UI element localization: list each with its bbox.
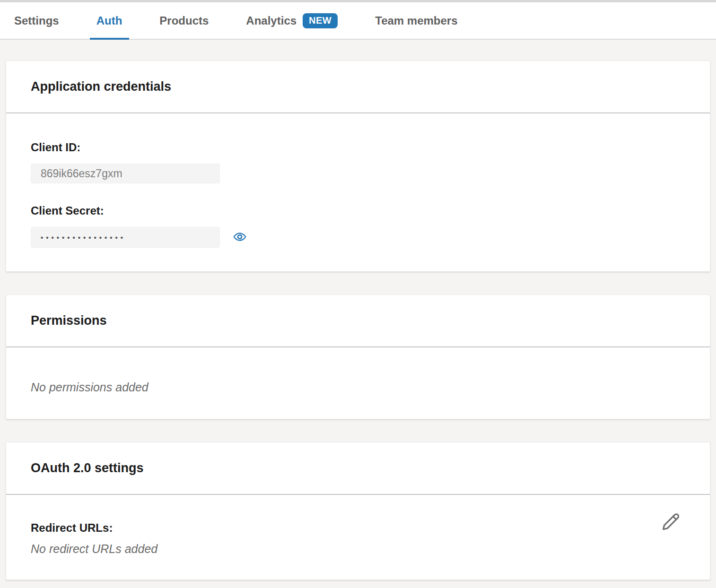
application-credentials-card: Application credentials Client ID: 869ik… — [6, 61, 710, 272]
show-secret-eye-icon — [232, 230, 247, 245]
redirect-urls-block: Redirect URLs: No redirect URLs added — [31, 512, 157, 556]
permissions-title: Permissions — [31, 313, 107, 328]
client-id-label: Client ID: — [31, 141, 685, 154]
client-secret-masked-value: •••••••••••••••• — [31, 227, 220, 248]
tab-analytics[interactable]: Analytics NEW — [246, 2, 338, 39]
new-badge: NEW — [303, 13, 338, 28]
client-secret-label: Client Secret: — [31, 204, 685, 217]
application-credentials-title: Application credentials — [31, 79, 171, 94]
edit-pencil-icon — [661, 512, 681, 533]
tab-analytics-label: Analytics — [246, 14, 297, 27]
application-credentials-body: Client ID: 869ik66esz7gxm Client Secret:… — [6, 113, 710, 271]
permissions-header: Permissions — [6, 295, 710, 347]
client-id-value: 869ik66esz7gxm — [31, 164, 220, 183]
show-secret-button[interactable] — [232, 230, 247, 245]
edit-redirect-urls-button[interactable] — [661, 512, 681, 533]
tab-bar: Settings Auth Products Analytics NEW Tea… — [0, 0, 716, 40]
oauth-settings-body: Redirect URLs: No redirect URLs added — [6, 495, 710, 579]
permissions-card: Permissions No permissions added — [6, 294, 710, 419]
tab-team-members-label: Team members — [375, 14, 457, 27]
tab-settings[interactable]: Settings — [14, 2, 59, 39]
tab-auth[interactable]: Auth — [96, 2, 122, 39]
redirect-urls-empty-text: No redirect URLs added — [31, 542, 157, 556]
client-secret-row: •••••••••••••••• — [31, 217, 685, 248]
tab-products-label: Products — [159, 14, 209, 27]
application-credentials-header: Application credentials — [6, 61, 710, 113]
tab-team-members[interactable]: Team members — [375, 2, 457, 39]
permissions-empty-text: No permissions added — [31, 380, 685, 394]
permissions-body: No permissions added — [6, 347, 710, 419]
redirect-urls-label: Redirect URLs: — [31, 521, 157, 535]
oauth-settings-card: OAuth 2.0 settings Redirect URLs: No red… — [6, 442, 710, 580]
oauth-settings-header: OAuth 2.0 settings — [6, 442, 710, 495]
tab-settings-label: Settings — [14, 14, 59, 27]
tab-auth-label: Auth — [96, 14, 122, 27]
oauth-settings-title: OAuth 2.0 settings — [31, 461, 144, 476]
tab-products[interactable]: Products — [159, 2, 209, 39]
